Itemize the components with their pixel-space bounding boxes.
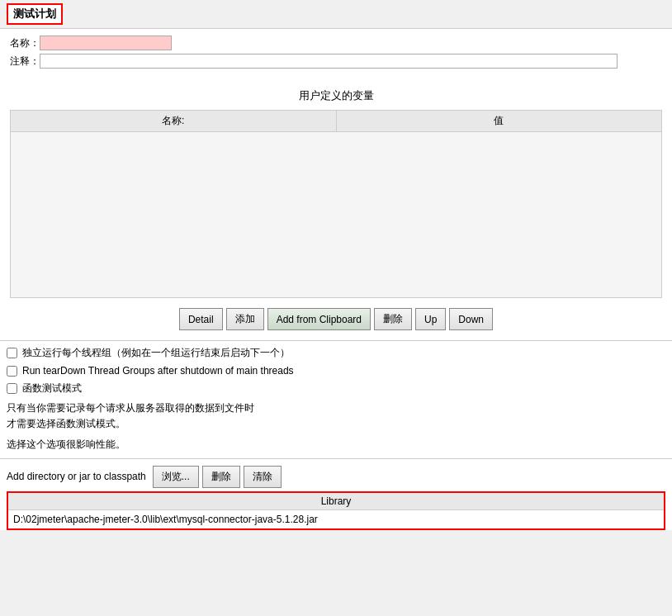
name-input[interactable] (40, 36, 172, 50)
detail-button[interactable]: Detail (179, 308, 223, 330)
table-body (11, 132, 661, 297)
desc-line3-block: 选择这个选项很影响性能。 (7, 437, 665, 453)
table-header: 名称: 值 (11, 111, 661, 132)
cb1-checkbox[interactable] (7, 348, 17, 358)
cb2-label: Run tearDown Thread Groups after shutdow… (22, 365, 294, 377)
cb3-checkbox[interactable] (7, 383, 17, 394)
library-row-1[interactable]: D:\02jmeter\apache-jmeter-3.0\lib\ext\my… (8, 510, 664, 528)
form-area: 名称： 注释： (0, 28, 672, 78)
browse-button[interactable]: 浏览... (153, 466, 199, 488)
checkbox-row-2: Run tearDown Thread Groups after shutdow… (7, 365, 665, 377)
comment-label: 注释： (10, 54, 40, 69)
name-row: 名称： (10, 36, 662, 50)
main-container: 测试计划 名称： 注释： 用户定义的变量 名称: 值 (0, 0, 672, 616)
name-label: 名称： (10, 36, 40, 50)
divider2 (0, 458, 672, 459)
desc-line2: 才需要选择函数测试模式。 (7, 416, 665, 432)
classpath-delete-button[interactable]: 删除 (202, 466, 240, 488)
delete-button[interactable]: 删除 (374, 308, 412, 330)
page-title: 测试计划 (7, 3, 63, 25)
add-from-clipboard-button[interactable]: Add from Clipboard (267, 308, 371, 330)
cb1-label: 独立运行每个线程组（例如在一个组运行结束后启动下一个） (22, 346, 290, 360)
library-header: Library (8, 493, 664, 510)
variables-table: 名称: 值 (10, 110, 662, 298)
down-button[interactable]: Down (449, 308, 493, 330)
cb3-label: 函数测试模式 (22, 381, 82, 396)
variable-buttons-row: Detail 添加 Add from Clipboard 删除 Up Down (0, 305, 672, 334)
col-name-header: 名称: (11, 111, 337, 131)
desc-line1: 只有当你需要记录每个请求从服务器取得的数据到文件时 (7, 400, 665, 416)
checkbox-row-3: 函数测试模式 (7, 381, 665, 396)
classpath-row: Add directory or jar to classpath 浏览... … (7, 466, 665, 488)
desc-line3: 选择这个选项很影响性能。 (7, 437, 665, 453)
comment-input[interactable] (40, 54, 618, 69)
classpath-clear-button[interactable]: 清除 (244, 466, 282, 488)
variables-section: 用户定义的变量 名称: 值 (7, 85, 665, 298)
add-button[interactable]: 添加 (226, 308, 264, 330)
title-bar: 测试计划 (0, 0, 672, 28)
variables-title: 用户定义的变量 (7, 85, 665, 107)
library-table: Library D:\02jmeter\apache-jmeter-3.0\li… (7, 491, 665, 530)
description-block: 只有当你需要记录每个请求从服务器取得的数据到文件时 才需要选择函数测试模式。 (7, 400, 665, 432)
content-wrapper: 名称： 注释： 用户定义的变量 名称: 值 Detail 添加 Add (0, 28, 672, 530)
classpath-label: Add directory or jar to classpath (7, 471, 146, 482)
comment-row: 注释： (10, 54, 662, 69)
up-button[interactable]: Up (415, 308, 446, 330)
checkbox-row-1: 独立运行每个线程组（例如在一个组运行结束后启动下一个） (7, 346, 665, 360)
cb2-checkbox[interactable] (7, 366, 17, 377)
col-value-header: 值 (337, 111, 662, 131)
divider1 (0, 340, 672, 341)
